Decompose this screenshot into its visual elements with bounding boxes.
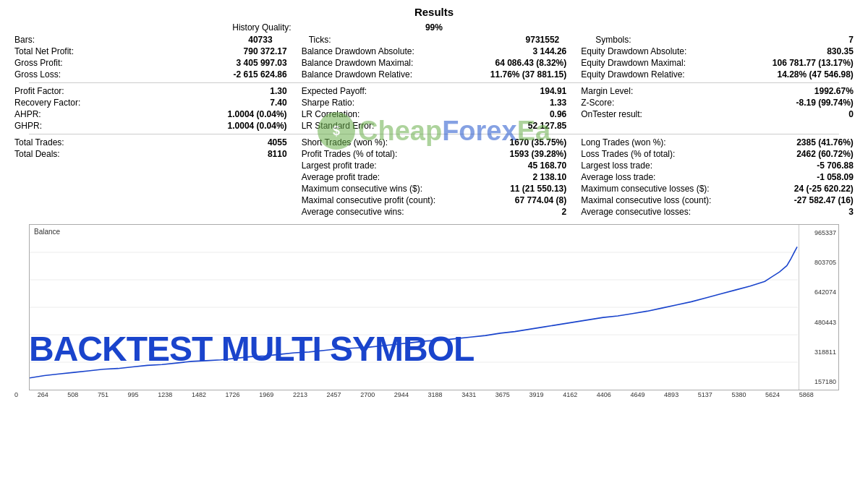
- lr-corr-label: LR Correlation:: [302, 109, 363, 119]
- profit-factor-value: 1.30: [270, 86, 286, 96]
- sharpe-ratio-label: Sharpe Ratio:: [302, 98, 357, 108]
- max-consec-wins-value: 11 (21 550.13): [510, 184, 566, 194]
- equity-abs-value: 830.35: [827, 46, 854, 56]
- backtest-label: BACKTEST MULTI SYMBOL: [29, 329, 474, 369]
- ahpr-value: 1.0004 (0.04%): [228, 109, 287, 119]
- bars-value: 40733: [248, 35, 272, 45]
- recovery-factor-value: 7.40: [270, 98, 286, 108]
- balance-abs-label: Balance Drawdown Absolute:: [302, 46, 417, 56]
- balance-max-label: Balance Drawdown Maximal:: [302, 58, 417, 68]
- profit-factor-label: Profit Factor:: [14, 86, 67, 96]
- chart-label: Balance: [34, 228, 60, 236]
- margin-level-value: 1992.67%: [814, 86, 854, 96]
- balance-rel-value: 11.76% (37 881.15): [490, 69, 566, 80]
- avg-consec-losses-label: Average consecutive losses:: [581, 207, 694, 217]
- maximal-consec-profit-label: Maximal consecutive profit (count):: [302, 195, 438, 205]
- total-deals-value: 8110: [268, 149, 287, 159]
- avg-profit-value: 2 138.10: [533, 172, 567, 182]
- gross-profit-label: Gross Profit:: [14, 58, 66, 68]
- balance-rel-label: Balance Drawdown Relative:: [302, 69, 415, 80]
- equity-max-value: 106 781.77 (13.17%): [773, 58, 854, 68]
- largest-loss-value: -5 706.88: [817, 160, 854, 171]
- avg-consec-losses-value: 3: [848, 207, 854, 217]
- history-quality-label: History Quality:: [232, 22, 294, 33]
- gross-loss-label: Gross Loss:: [14, 69, 64, 80]
- equity-rel-value: 14.28% (47 546.98): [777, 69, 853, 80]
- symbols-value: 7: [848, 35, 854, 45]
- lr-corr-value: 0.96: [550, 109, 566, 119]
- maximal-consec-loss-value: -27 582.47 (16): [794, 195, 854, 205]
- sharpe-ratio-value: 1.33: [550, 98, 566, 108]
- profit-trades-label: Profit Trades (% of total):: [302, 149, 401, 159]
- long-trades-value: 2385 (41.76%): [796, 137, 854, 147]
- largest-loss-label: Largest loss trade:: [581, 160, 655, 171]
- on-tester-label: OnTester result:: [581, 109, 645, 119]
- equity-rel-label: Equity Drawdown Relative:: [581, 69, 687, 80]
- recovery-factor-label: Recovery Factor:: [14, 98, 83, 108]
- chart-y-axis: 965337 803705 642074 480443 318811 15718…: [799, 225, 838, 390]
- maximal-consec-profit-value: 67 774.04 (8): [515, 195, 566, 205]
- avg-consec-wins-label: Average consecutive wins:: [302, 207, 407, 217]
- loss-trades-value: 2462 (60.72%): [796, 149, 854, 159]
- history-quality-value: 99%: [425, 22, 443, 33]
- avg-loss-label: Average loss trade:: [581, 172, 658, 182]
- largest-profit-label: Largest profit trade:: [302, 160, 380, 171]
- ticks-value: 9731552: [526, 35, 560, 45]
- total-trades-value: 4055: [268, 137, 287, 147]
- net-profit-label: Total Net Profit:: [14, 46, 77, 56]
- ticks-label: Ticks:: [309, 35, 334, 45]
- lr-std-value: 52 127.85: [528, 121, 566, 131]
- expected-payoff-value: 194.91: [540, 86, 567, 96]
- balance-max-value: 64 086.43 (8.32%): [495, 58, 567, 68]
- total-deals-label: Total Deals:: [14, 149, 63, 159]
- short-trades-value: 1670 (35.75%): [510, 137, 567, 147]
- gross-loss-value: -2 615 624.86: [234, 69, 287, 80]
- ghpr-label: GHPR:: [14, 121, 45, 131]
- z-score-value: -8.19 (99.74%): [796, 98, 853, 108]
- long-trades-label: Long Trades (won %):: [581, 137, 668, 147]
- total-trades-label: Total Trades:: [14, 137, 67, 147]
- avg-profit-label: Average profit trade:: [302, 172, 383, 182]
- short-trades-label: Short Trades (won %):: [302, 137, 391, 147]
- bars-label: Bars:: [14, 35, 38, 45]
- profit-trades-value: 1593 (39.28%): [510, 149, 567, 159]
- avg-loss-value: -1 058.09: [817, 172, 854, 182]
- max-consec-losses-value: 24 (-25 620.22): [794, 184, 854, 194]
- max-consec-wins-label: Maximum consecutive wins ($):: [302, 184, 425, 194]
- balance-abs-value: 3 144.26: [533, 46, 567, 56]
- margin-level-label: Margin Level:: [581, 86, 636, 96]
- ahpr-label: AHPR:: [14, 109, 44, 119]
- net-profit-value: 790 372.17: [244, 46, 287, 56]
- maximal-consec-loss-label: Maximal consecutive loss (count):: [581, 195, 714, 205]
- lr-std-label: LR Standard Error:: [302, 121, 378, 131]
- z-score-label: Z-Score:: [581, 98, 617, 108]
- equity-max-label: Equity Drawdown Maximal:: [581, 58, 689, 68]
- largest-profit-value: 45 168.70: [528, 160, 566, 171]
- avg-consec-wins-value: 2: [562, 207, 567, 217]
- chart-x-axis: 0 264 508 751 995 1238 1482 1726 1969 22…: [0, 390, 868, 398]
- equity-abs-label: Equity Drawdown Absolute:: [581, 46, 689, 56]
- symbols-label: Symbols:: [595, 35, 634, 45]
- loss-trades-label: Loss Trades (% of total):: [581, 149, 678, 159]
- on-tester-value: 0: [848, 109, 854, 119]
- ghpr-value: 1.0004 (0.04%): [228, 121, 287, 131]
- expected-payoff-label: Expected Payoff:: [302, 86, 370, 96]
- page-title: Results: [14, 6, 854, 18]
- gross-profit-value: 3 405 997.03: [237, 58, 287, 68]
- max-consec-losses-label: Maximum consecutive losses ($):: [581, 184, 712, 194]
